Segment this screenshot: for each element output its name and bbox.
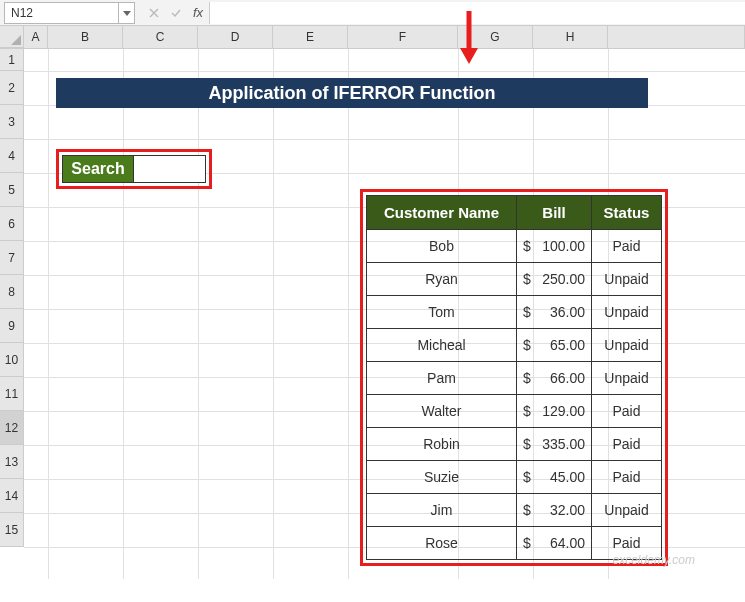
table-row[interactable]: Pam$66.00Unpaid [367, 362, 662, 395]
cell-status[interactable]: Paid [592, 428, 662, 461]
search-box-annotation: Search [56, 149, 212, 189]
accept-formula-button[interactable] [165, 2, 187, 24]
row-header-10[interactable]: 10 [0, 343, 24, 377]
table-row[interactable]: Rose$64.00Paid [367, 527, 662, 560]
cell-name[interactable]: Tom [367, 296, 517, 329]
col-header-E[interactable]: E [273, 26, 348, 48]
cell-status[interactable]: Unpaid [592, 329, 662, 362]
name-box[interactable]: N12 [4, 2, 119, 24]
cell-bill[interactable]: $64.00 [517, 527, 592, 560]
table-row[interactable]: Jim$32.00Unpaid [367, 494, 662, 527]
col-header-D[interactable]: D [198, 26, 273, 48]
cell-bill[interactable]: $36.00 [517, 296, 592, 329]
cells-area[interactable]: Application of IFERROR Function Search C… [24, 49, 745, 579]
cell-status[interactable]: Unpaid [592, 362, 662, 395]
red-arrow-annotation [454, 6, 484, 66]
row-header-3[interactable]: 3 [0, 105, 24, 139]
select-all-button[interactable] [0, 26, 24, 48]
table-row[interactable]: Ryan$250.00Unpaid [367, 263, 662, 296]
row-header-1[interactable]: 1 [0, 49, 24, 71]
search-input-cell[interactable] [134, 155, 206, 183]
row-header-15[interactable]: 15 [0, 513, 24, 547]
table-row[interactable]: Walter$129.00Paid [367, 395, 662, 428]
th-customer-name: Customer Name [367, 196, 517, 230]
table-row[interactable]: Tom$36.00Unpaid [367, 296, 662, 329]
page-title: Application of IFERROR Function [56, 78, 648, 108]
row-header-6[interactable]: 6 [0, 207, 24, 241]
cell-status[interactable]: Unpaid [592, 494, 662, 527]
check-icon [170, 7, 182, 19]
fx-icon[interactable]: fx [193, 5, 203, 20]
cell-status[interactable]: Paid [592, 527, 662, 560]
col-header-H[interactable]: H [533, 26, 608, 48]
cell-name[interactable]: Walter [367, 395, 517, 428]
row-header-4[interactable]: 4 [0, 139, 24, 173]
cell-bill[interactable]: $129.00 [517, 395, 592, 428]
col-header-B[interactable]: B [48, 26, 123, 48]
cancel-formula-button[interactable] [143, 2, 165, 24]
row-header-9[interactable]: 9 [0, 309, 24, 343]
chevron-down-icon [123, 9, 131, 17]
th-bill: Bill [517, 196, 592, 230]
cell-name[interactable]: Micheal [367, 329, 517, 362]
cell-status[interactable]: Paid [592, 461, 662, 494]
row-header-13[interactable]: 13 [0, 445, 24, 479]
col-header-extra[interactable] [608, 26, 745, 48]
cell-name[interactable]: Rose [367, 527, 517, 560]
cell-name[interactable]: Ryan [367, 263, 517, 296]
cell-status[interactable]: Unpaid [592, 263, 662, 296]
fx-section: fx [143, 2, 209, 24]
data-table-annotation: Customer Name Bill Status Bob$100.00Paid… [360, 189, 668, 566]
table-row[interactable]: Robin$335.00Paid [367, 428, 662, 461]
svg-marker-0 [123, 11, 131, 16]
table-row[interactable]: Suzie$45.00Paid [367, 461, 662, 494]
cell-name[interactable]: Suzie [367, 461, 517, 494]
customer-table: Customer Name Bill Status Bob$100.00Paid… [366, 195, 662, 560]
row-header-5[interactable]: 5 [0, 173, 24, 207]
row-header-11[interactable]: 11 [0, 377, 24, 411]
cell-name[interactable]: Jim [367, 494, 517, 527]
column-headers: A B C D E F G H [0, 26, 745, 49]
cell-status[interactable]: Paid [592, 395, 662, 428]
table-row[interactable]: Micheal$65.00Unpaid [367, 329, 662, 362]
cell-bill[interactable]: $45.00 [517, 461, 592, 494]
row-headers: 1 2 3 4 5 6 7 8 9 10 11 12 13 14 15 [0, 49, 24, 579]
col-header-C[interactable]: C [123, 26, 198, 48]
cell-bill[interactable]: $335.00 [517, 428, 592, 461]
table-row[interactable]: Bob$100.00Paid [367, 230, 662, 263]
row-header-12[interactable]: 12 [0, 411, 24, 445]
formula-bar-row: N12 fx [0, 0, 745, 26]
cell-bill[interactable]: $100.00 [517, 230, 592, 263]
col-header-A[interactable]: A [24, 26, 48, 48]
cell-name[interactable]: Robin [367, 428, 517, 461]
svg-marker-4 [460, 48, 478, 64]
cell-status[interactable]: Unpaid [592, 296, 662, 329]
name-box-dropdown[interactable] [119, 2, 135, 24]
cell-bill[interactable]: $250.00 [517, 263, 592, 296]
cell-status[interactable]: Paid [592, 230, 662, 263]
cell-bill[interactable]: $66.00 [517, 362, 592, 395]
x-icon [148, 7, 160, 19]
spreadsheet-grid: A B C D E F G H 1 2 3 4 5 6 7 8 9 10 11 … [0, 26, 745, 579]
search-label-cell: Search [62, 155, 134, 183]
cell-name[interactable]: Bob [367, 230, 517, 263]
cell-bill[interactable]: $32.00 [517, 494, 592, 527]
row-header-7[interactable]: 7 [0, 241, 24, 275]
col-header-F[interactable]: F [348, 26, 458, 48]
th-status: Status [592, 196, 662, 230]
cell-bill[interactable]: $65.00 [517, 329, 592, 362]
row-header-2[interactable]: 2 [0, 71, 24, 105]
row-header-14[interactable]: 14 [0, 479, 24, 513]
row-header-8[interactable]: 8 [0, 275, 24, 309]
cell-name[interactable]: Pam [367, 362, 517, 395]
